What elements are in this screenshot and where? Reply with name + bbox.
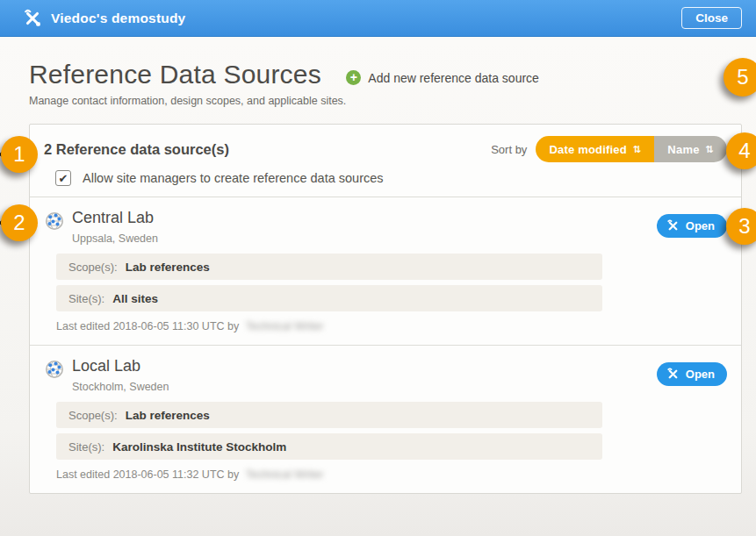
scopes-label: Scope(s): — [68, 409, 118, 422]
redacted-editor-name: Technical Writer — [246, 320, 324, 332]
sites-value: Karolinska Institute Stockholm — [112, 440, 286, 454]
last-edited-line: Last edited 2018-06-05 11:32 UTC by Tech… — [56, 468, 727, 481]
add-plus-icon: + — [346, 70, 361, 85]
open-button-label: Open — [686, 368, 715, 381]
close-button[interactable]: Close — [681, 7, 742, 29]
annotation-badge-3: 3 — [726, 208, 756, 245]
sites-label: Site(s): — [68, 440, 104, 454]
annotation-badge-1: 1 — [1, 136, 38, 173]
globe-network-icon — [44, 211, 65, 232]
sites-value: All sites — [112, 292, 158, 305]
sort-by-label: Sort by — [491, 143, 527, 156]
open-tools-icon — [666, 368, 680, 381]
open-tools-icon — [666, 219, 680, 232]
open-central-lab-button[interactable]: Open — [657, 214, 727, 238]
viedoc-designer-window: Viedoc's demostudy Close Reference Data … — [0, 0, 756, 536]
globe-network-icon — [44, 359, 65, 380]
page-content: Reference Data Sources Manage contact in… — [0, 37, 756, 494]
page-title: Reference Data Sources — [29, 60, 346, 89]
source-name: Local Lab — [72, 357, 657, 375]
reference-source-card-central-lab: Central Lab Uppsala, Sweden Open — [30, 197, 741, 345]
sites-label: Site(s): — [68, 292, 104, 305]
source-count-label: 2 Reference data source(s) — [44, 141, 491, 158]
viedoc-tools-icon — [23, 9, 42, 28]
allow-site-managers-checkbox[interactable]: ✔ — [55, 170, 71, 186]
sort-date-modified-button[interactable]: Date modified ⇅ — [536, 136, 654, 162]
source-location: Stockholm, Sweden — [72, 381, 657, 393]
reference-data-sources-panel: 2 Reference data source(s) Sort by Date … — [29, 124, 742, 494]
add-link-label: Add new reference data source — [368, 71, 539, 85]
sort-date-modified-label: Date modified — [549, 143, 627, 156]
last-edited-line: Last edited 2018-06-05 11:30 UTC by Tech… — [56, 320, 727, 332]
scopes-value: Lab references — [126, 409, 210, 422]
sort-name-button[interactable]: Name ⇅ — [654, 136, 727, 162]
last-edited-text: Last edited 2018-06-05 11:30 UTC by — [56, 320, 239, 332]
scopes-label: Scope(s): — [68, 261, 118, 274]
sites-row: Site(s): All sites — [56, 285, 602, 311]
add-new-reference-data-source-link[interactable]: + Add new reference data source — [346, 70, 539, 85]
allow-site-managers-label: Allow site managers to create reference … — [83, 171, 384, 185]
study-title: Viedoc's demostudy — [51, 11, 185, 26]
source-location: Uppsala, Sweden — [72, 232, 657, 245]
sites-row: Site(s): Karolinska Institute Stockholm — [56, 433, 602, 460]
annotation-badge-4: 4 — [726, 132, 756, 169]
source-name: Central Lab — [72, 209, 657, 227]
app-header: Viedoc's demostudy Close — [0, 0, 756, 37]
scopes-row: Scope(s): Lab references — [56, 402, 602, 428]
redacted-editor-name: Technical Writer — [246, 468, 324, 481]
open-local-lab-button[interactable]: Open — [657, 362, 727, 386]
reference-source-card-local-lab: Local Lab Stockholm, Sweden Open — [30, 345, 741, 493]
annotation-badge-2: 2 — [1, 204, 38, 241]
sort-name-label: Name — [667, 143, 699, 156]
page-heading-block: Reference Data Sources Manage contact in… — [29, 60, 346, 107]
page-subtitle: Manage contact information, design scope… — [29, 95, 346, 107]
checkmark-icon: ✔ — [59, 173, 68, 184]
sort-arrows-icon: ⇅ — [633, 144, 641, 155]
sort-arrows-icon: ⇅ — [706, 144, 714, 155]
scopes-value: Lab references — [126, 261, 210, 274]
scopes-row: Scope(s): Lab references — [56, 254, 602, 280]
list-header-section: 2 Reference data source(s) Sort by Date … — [30, 125, 741, 197]
open-button-label: Open — [686, 219, 715, 232]
annotation-badge-5: 5 — [724, 58, 756, 96]
last-edited-text: Last edited 2018-06-05 11:32 UTC by — [56, 468, 239, 481]
